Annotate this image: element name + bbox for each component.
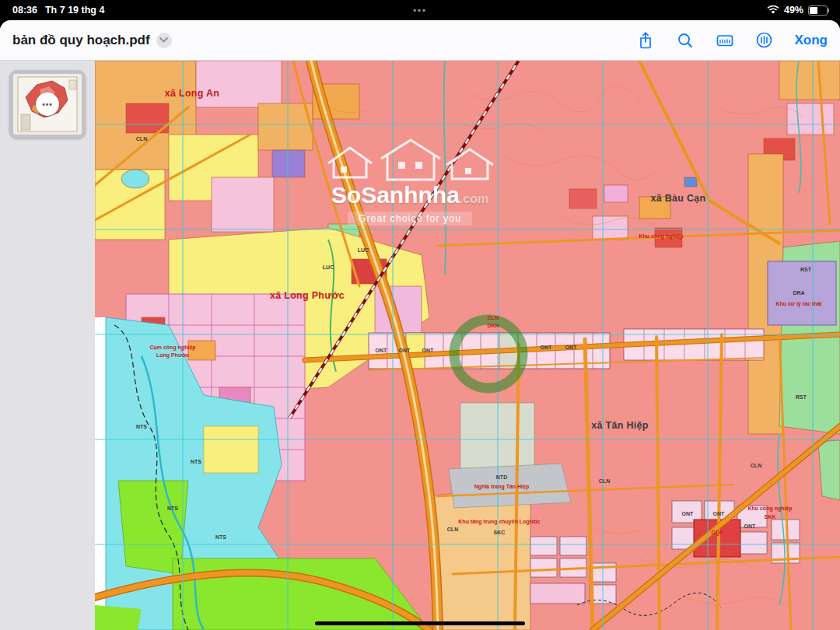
map-svg [95,61,840,630]
thumbnails-icon [716,32,734,49]
thumbnail-sidebar: ••• [0,61,95,630]
search-icon [677,32,694,49]
battery-icon [808,5,828,16]
status-bar: 08:36 Th 7 19 thg 4 ••• 49% [0,0,840,20]
document-title: bản đồ quy hoạch.pdf [12,33,150,48]
markup-button[interactable] [755,31,774,50]
title-menu-button[interactable] [156,33,172,48]
share-button[interactable] [636,31,655,50]
battery-percent: 49% [784,5,803,16]
thumbnail-more-button[interactable]: ••• [36,93,59,116]
pdf-page-map[interactable]: SoSanhnha.com Great choice for you xã Lo… [95,61,840,630]
page-thumbnail[interactable]: ••• [9,70,86,138]
date: Th 7 19 thg 4 [45,5,104,16]
share-icon [637,31,654,50]
pdf-toolbar: bản đồ quy hoạch.pdf Xong [0,20,840,61]
thumbnails-button[interactable] [716,31,734,50]
clock: 08:36 [12,5,37,16]
home-indicator[interactable] [315,621,525,625]
multitask-dots-icon[interactable]: ••• [413,5,427,15]
wifi-icon [767,5,779,15]
chevron-down-icon [159,37,168,43]
markup-icon [755,31,773,49]
pdf-viewer-window: bản đồ quy hoạch.pdf Xong [0,20,840,630]
done-button[interactable]: Xong [795,33,828,48]
search-button[interactable] [676,31,695,50]
